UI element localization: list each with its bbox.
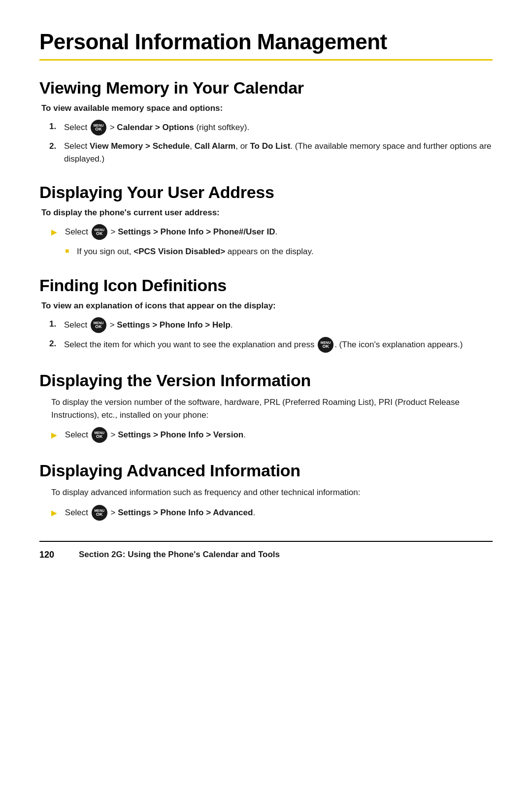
section-intro-icon-definitions: To view an explanation of icons that app… — [39, 301, 493, 311]
section-viewing-memory: Viewing Memory in Your Calendar To view … — [39, 78, 493, 165]
section-displaying-version: Displaying the Version Information To di… — [39, 371, 493, 444]
sub-bullet-item: ■ If you sign out, <PCS Vision Disabled>… — [39, 245, 493, 258]
step-number: 1. — [49, 120, 60, 133]
step-item: 2. Select the item for which you want to… — [49, 337, 493, 353]
section-heading-advanced: Displaying Advanced Information — [39, 461, 493, 480]
arrow-bullet-item: ► Select MENUOK > Settings > Phone Info … — [39, 225, 493, 240]
section-heading-icon-definitions: Finding Icon Definitions — [39, 276, 493, 295]
section-displaying-advanced: Displaying Advanced Information To displ… — [39, 461, 493, 521]
arrow-icon: ► — [49, 505, 59, 520]
footer-section-title: Section 2G: Using the Phone's Calendar a… — [79, 550, 280, 560]
step-item: 1. Select MENUOK > Calendar > Options (r… — [49, 120, 493, 136]
section-heading-viewing-memory: Viewing Memory in Your Calendar — [39, 78, 493, 98]
title-divider — [39, 59, 493, 61]
step-item: 2. Select View Memory > Schedule, Call A… — [49, 140, 493, 165]
menu-ok-icon: MENUOK — [91, 120, 106, 135]
step-number: 2. — [49, 337, 60, 350]
bullet-content-advanced: Select MENUOK > Settings > Phone Info > … — [65, 505, 493, 521]
bullet-content-version: Select MENUOK > Settings > Phone Info > … — [65, 428, 493, 443]
sub-bullet-content: If you sign out, <PCS Vision Disabled> a… — [77, 245, 493, 258]
menu-ok-icon: MENUOK — [91, 317, 106, 333]
footer: 120 Section 2G: Using the Phone's Calend… — [39, 541, 493, 560]
step-item: 1. Select MENUOK > Settings > Phone Info… — [49, 318, 493, 333]
steps-list-icon-definitions: 1. Select MENUOK > Settings > Phone Info… — [39, 318, 493, 353]
square-icon: ■ — [65, 245, 72, 256]
step-number: 2. — [49, 140, 60, 153]
section-displaying-user-address: Displaying Your User Address To display … — [39, 183, 493, 258]
section-intro-viewing-memory: To view available memory space and optio… — [39, 103, 493, 113]
menu-ok-icon: MENUOK — [92, 505, 107, 521]
step-content: Select MENUOK > Settings > Phone Info > … — [64, 318, 493, 333]
step-content: Select View Memory > Schedule, Call Alar… — [64, 140, 493, 165]
section-intro-user-address: To display the phone's current user addr… — [39, 208, 493, 218]
step-content: Select the item for which you want to se… — [64, 337, 493, 353]
section-intro-version: To display the version number of the sof… — [39, 396, 493, 422]
bullet-content: Select MENUOK > Settings > Phone Info > … — [65, 225, 493, 240]
menu-ok-icon: MENUOK — [92, 224, 107, 240]
arrow-icon: ► — [49, 225, 59, 239]
page-title: Personal Information Management — [39, 30, 493, 54]
menu-ok-icon: MENUOK — [318, 337, 333, 353]
section-heading-version: Displaying the Version Information — [39, 371, 493, 390]
section-intro-advanced: To display advanced information such as … — [39, 486, 493, 499]
menu-ok-icon: MENUOK — [92, 427, 107, 443]
steps-list-viewing-memory: 1. Select MENUOK > Calendar > Options (r… — [39, 120, 493, 165]
section-heading-user-address: Displaying Your User Address — [39, 183, 493, 202]
arrow-bullet-item-version: ► Select MENUOK > Settings > Phone Info … — [39, 428, 493, 443]
step-number: 1. — [49, 318, 60, 331]
section-finding-icon-definitions: Finding Icon Definitions To view an expl… — [39, 276, 493, 353]
arrow-icon: ► — [49, 428, 59, 442]
arrow-bullet-item-advanced: ► Select MENUOK > Settings > Phone Info … — [39, 505, 493, 521]
step-content: Select MENUOK > Calendar > Options (righ… — [64, 120, 493, 136]
footer-page-number: 120 — [39, 550, 64, 560]
